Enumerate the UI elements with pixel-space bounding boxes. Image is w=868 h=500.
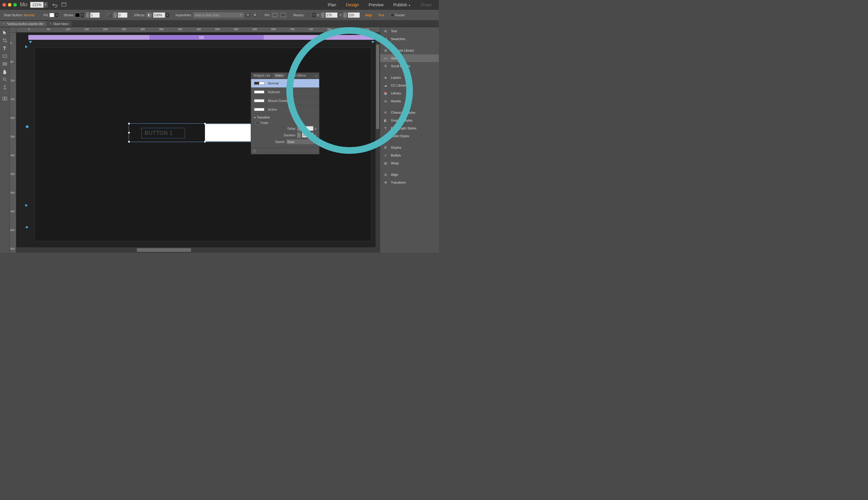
hyperlink-clear-icon[interactable]: ✕ bbox=[245, 12, 251, 18]
stroke-weight-stepper[interactable]: ▲▼ bbox=[85, 12, 89, 18]
zoom-level-input[interactable]: 121% bbox=[30, 2, 44, 8]
panel-wrap[interactable]: ▤Wrap bbox=[380, 159, 439, 167]
x-stepper[interactable]: ▲▼ bbox=[321, 12, 325, 18]
fill-control[interactable]: Fill: ▼ bbox=[43, 13, 58, 17]
design-mode-button[interactable]: Design bbox=[341, 0, 364, 10]
panel-paragraph-styles[interactable]: ¶Paragraph Styles bbox=[380, 124, 439, 132]
panel-collapse-icon[interactable]: ›› bbox=[313, 73, 319, 79]
guide-marker-icon[interactable] bbox=[25, 226, 28, 228]
horizontal-scrollbar[interactable] bbox=[16, 247, 380, 253]
transition-header[interactable]: ▾ Transition bbox=[254, 116, 316, 119]
states-tab[interactable]: States bbox=[273, 73, 286, 79]
widgets-library-tab[interactable]: Widgets Libr bbox=[251, 73, 273, 79]
panel-bullet-styles[interactable]: •Bullet Styles bbox=[380, 132, 439, 140]
resize-dropdown-icon[interactable]: ▼ bbox=[312, 13, 315, 17]
opacity-input[interactable] bbox=[153, 12, 165, 18]
panel-states[interactable]: ▭States bbox=[380, 54, 439, 62]
breakpoint-bar[interactable]: 320 bbox=[28, 35, 374, 40]
horizontal-ruler[interactable]: 0501001502002503003504004505005506006507… bbox=[16, 27, 380, 33]
selection-handle[interactable] bbox=[128, 141, 130, 143]
anchor-tool-icon[interactable] bbox=[1, 84, 9, 91]
view-options-icon[interactable] bbox=[61, 2, 67, 8]
zoom-tool-icon[interactable] bbox=[1, 76, 9, 83]
close-window-icon[interactable] bbox=[2, 3, 6, 7]
hyperlink-options-icon[interactable]: ⚙ bbox=[252, 12, 258, 18]
corner-icon[interactable] bbox=[106, 12, 113, 18]
pin-grid-1-icon[interactable] bbox=[271, 12, 278, 18]
fade-checkbox[interactable] bbox=[256, 121, 259, 125]
fill-swatch[interactable] bbox=[49, 13, 54, 17]
scrollbar-thumb[interactable] bbox=[137, 248, 191, 252]
zoom-dropdown-icon[interactable]: ▼ bbox=[43, 2, 48, 8]
guide-marker-icon[interactable] bbox=[25, 125, 28, 128]
file-tab-active[interactable]: × *sliding-button-starter-file bbox=[0, 21, 46, 26]
align-link[interactable]: Align bbox=[365, 13, 372, 17]
frame-tool-icon[interactable] bbox=[1, 60, 9, 68]
help-icon[interactable]: ⓘ bbox=[253, 149, 256, 153]
delay-input[interactable] bbox=[302, 126, 313, 131]
selection-tool-icon[interactable] bbox=[1, 29, 9, 36]
format-tool-icon[interactable] bbox=[1, 95, 9, 102]
ruler-origin[interactable] bbox=[10, 27, 16, 33]
panel-widgets-library[interactable]: ⊞Widgets Library bbox=[380, 46, 439, 54]
scrollbar-thumb[interactable] bbox=[376, 45, 379, 129]
guide-marker-icon[interactable] bbox=[29, 41, 32, 43]
text-link[interactable]: Text bbox=[378, 13, 384, 17]
panel-transform[interactable]: ✥Transform bbox=[380, 179, 439, 186]
resize-option-icon[interactable]: ⬚ bbox=[305, 12, 311, 18]
rectangle-tool-icon[interactable] bbox=[1, 53, 9, 60]
state-button-value[interactable]: Normal bbox=[24, 13, 34, 17]
hand-tool-icon[interactable] bbox=[1, 68, 9, 76]
guide-marker-icon[interactable] bbox=[25, 204, 28, 207]
zoom-window-icon[interactable] bbox=[13, 3, 17, 7]
effects-icon[interactable]: ◧ bbox=[146, 12, 152, 18]
hyperlink-input[interactable]: Add or filter links▼ bbox=[193, 12, 244, 18]
duration-stepper[interactable]: ▲▼ bbox=[297, 133, 301, 138]
footer-checkbox[interactable] bbox=[391, 13, 394, 17]
panel-character-styles[interactable]: ACharacter Styles bbox=[380, 109, 439, 116]
corner-stepper[interactable]: ▲▼ bbox=[113, 12, 117, 18]
panel-align[interactable]: ⊟Align bbox=[380, 171, 439, 179]
page-viewport[interactable]: 320 BUTTON 1 bbox=[16, 33, 380, 247]
panel-text[interactable]: A|Text bbox=[380, 27, 439, 35]
vertical-scrollbar[interactable] bbox=[375, 33, 380, 247]
plan-mode-button[interactable]: Plan bbox=[323, 0, 341, 10]
panel-layers[interactable]: ◈Layers bbox=[380, 73, 439, 81]
panel-assets[interactable]: 🗂Assets bbox=[380, 97, 439, 105]
scroll-effects-tab[interactable]: Scroll Effects bbox=[286, 73, 308, 79]
panel-graphic-styles[interactable]: ◧Graphic Styles bbox=[380, 116, 439, 124]
state-row-rollover[interactable]: Rollover bbox=[251, 88, 319, 96]
stroke-control[interactable]: Stroke: ▼ bbox=[63, 13, 84, 17]
opacity-dropdown-icon[interactable]: ▼ bbox=[166, 13, 169, 17]
button-text-frame[interactable]: BUTTON 1 bbox=[141, 128, 185, 138]
selection-handle[interactable] bbox=[128, 132, 130, 134]
state-row-active[interactable]: Active bbox=[251, 105, 319, 114]
panel-library[interactable]: 📚Library bbox=[380, 89, 439, 97]
fill-dropdown-icon[interactable]: ▼ bbox=[55, 13, 58, 17]
guide-marker-icon[interactable] bbox=[25, 45, 28, 48]
stroke-swatch[interactable] bbox=[75, 13, 80, 17]
stroke-weight-input[interactable] bbox=[90, 12, 100, 18]
publish-mode-button[interactable]: Publish ▼ bbox=[389, 0, 416, 10]
pin-grid-2-icon[interactable] bbox=[279, 12, 287, 18]
close-tab-icon[interactable]: × bbox=[50, 22, 51, 25]
panel-scroll-effects[interactable]: ⇅Scroll Effects bbox=[380, 62, 439, 70]
delay-stepper[interactable]: ▲▼ bbox=[297, 126, 301, 131]
panel-bullets[interactable]: ≡Bullets bbox=[380, 151, 439, 159]
states-panel[interactable]: Widgets Libr States Scroll Effects ›› No… bbox=[251, 72, 320, 155]
undo-icon[interactable] bbox=[52, 2, 58, 8]
y-input[interactable] bbox=[348, 12, 360, 18]
file-tab-inactive[interactable]: × Start Here bbox=[47, 21, 71, 26]
x-input[interactable] bbox=[325, 12, 338, 18]
panel-swatches[interactable]: ▦Swatches bbox=[380, 35, 439, 43]
speed-select[interactable]: Ease▼ bbox=[286, 139, 316, 145]
selection-handle[interactable] bbox=[128, 123, 130, 125]
vertical-ruler[interactable]: 050100150200250300350400450500500 bbox=[10, 33, 16, 253]
corner-input[interactable] bbox=[118, 12, 127, 18]
text-tool-icon[interactable]: T bbox=[1, 45, 9, 52]
state-row-normal[interactable]: Normal bbox=[251, 79, 319, 88]
stroke-dropdown-icon[interactable]: ▼ bbox=[81, 13, 84, 17]
duration-input[interactable] bbox=[302, 133, 313, 137]
preview-mode-button[interactable]: Preview bbox=[364, 0, 389, 10]
close-tab-icon[interactable]: × bbox=[3, 22, 5, 25]
